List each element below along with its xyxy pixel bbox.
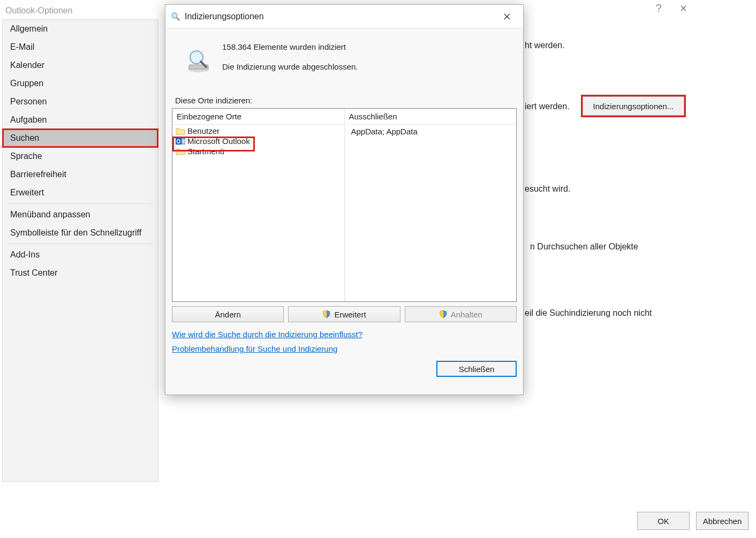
included-header: Einbezogene Orte bbox=[172, 109, 344, 125]
inner-title: Indizierungsoptionen bbox=[185, 12, 496, 21]
close-row: Schließen bbox=[172, 361, 517, 377]
search-index-icon bbox=[171, 12, 180, 21]
exclude-value: AppData; AppData bbox=[347, 126, 515, 137]
status-text: 158.364 Elemente wurden indiziert Die In… bbox=[222, 39, 358, 71]
close-button[interactable]: Schließen bbox=[436, 361, 517, 377]
sidebar-item-addins[interactable]: Add-Ins bbox=[3, 246, 158, 264]
sidebar-item-erweitert[interactable]: Erweitert bbox=[3, 184, 158, 202]
pause-label: Anhalten bbox=[451, 310, 482, 319]
index-locations-label: Diese Orte indizieren: bbox=[175, 96, 517, 105]
partial-text: n Durchsuchen aller Objekte bbox=[530, 242, 638, 252]
svg-text:O: O bbox=[177, 139, 181, 145]
magnifier-drawer-icon bbox=[185, 48, 213, 73]
help-icon[interactable]: ? bbox=[652, 2, 665, 15]
shield-icon bbox=[439, 310, 448, 319]
troubleshoot-link[interactable]: Problembehandlung für Suche und Indizier… bbox=[172, 344, 337, 353]
advanced-label: Erweitert bbox=[334, 310, 366, 319]
change-label: Ändern bbox=[215, 310, 240, 319]
outer-close-icon[interactable]: ✕ bbox=[675, 2, 692, 15]
svg-line-1 bbox=[177, 18, 179, 20]
sidebar-item-barrierefreiheit[interactable]: Barrierefreiheit bbox=[3, 165, 158, 184]
status-row: 158.364 Elemente wurden indiziert Die In… bbox=[172, 39, 517, 73]
sidebar-item-personen[interactable]: Personen bbox=[3, 93, 158, 111]
svg-point-0 bbox=[172, 13, 177, 18]
change-button[interactable]: Ändern bbox=[172, 306, 284, 322]
troubleshoot-link-row: Problembehandlung für Suche und Indizier… bbox=[172, 344, 517, 353]
sidebar-separator bbox=[8, 244, 153, 244]
list-item[interactable]: Benutzer bbox=[175, 126, 342, 136]
how-search-link[interactable]: Wie wird die Suche durch die Indizierung… bbox=[172, 330, 362, 339]
advanced-button[interactable]: Erweitert bbox=[288, 306, 400, 322]
sidebar-item-kalender[interactable]: Kalender bbox=[3, 56, 158, 74]
footer-buttons: OK Abbrechen bbox=[0, 504, 756, 538]
list-item-outlook[interactable]: O Microsoft Outlook bbox=[175, 136, 342, 146]
exclude-list: AppData; AppData bbox=[345, 125, 517, 301]
sidebar-item-allgemein[interactable]: Allgemein bbox=[3, 20, 158, 38]
sidebar-item-symbolleiste[interactable]: Symbolleiste für den Schnellzugriff bbox=[3, 224, 158, 242]
sidebar-item-sprache[interactable]: Sprache bbox=[3, 147, 158, 165]
included-column: Einbezogene Orte Benutzer O Microsoft Ou… bbox=[172, 109, 345, 301]
indexing-options-label: Indizierungsoptionen... bbox=[593, 102, 674, 111]
help-link-row: Wie wird die Suche durch die Indizierung… bbox=[172, 330, 517, 339]
inner-close-icon[interactable] bbox=[496, 8, 518, 25]
outer-title: Outlook-Optionen bbox=[5, 6, 72, 16]
indexing-options-dialog: Indizierungsoptionen 158.364 Elemente wu… bbox=[165, 4, 524, 395]
ok-button[interactable]: OK bbox=[637, 512, 690, 530]
partial-text: esucht wird. bbox=[525, 184, 570, 194]
pause-button: Anhalten bbox=[405, 306, 517, 322]
indexing-options-button[interactable]: Indizierungsoptionen... bbox=[583, 96, 684, 116]
shield-icon bbox=[322, 310, 331, 319]
sidebar-item-trustcenter[interactable]: Trust Center bbox=[3, 264, 158, 282]
indexing-complete: Die Indizierung wurde abgeschlossen. bbox=[222, 62, 358, 71]
partial-text: iert werden. bbox=[525, 102, 570, 111]
included-list[interactable]: Benutzer O Microsoft Outlook Startmenü bbox=[172, 125, 344, 301]
list-item[interactable]: Startmenü bbox=[175, 146, 342, 156]
sidebar-item-suchen[interactable]: Suchen bbox=[3, 129, 158, 147]
exclude-column: Ausschließen AppData; AppData bbox=[345, 109, 517, 301]
options-sidebar: Allgemein E-Mail Kalender Gruppen Person… bbox=[2, 19, 158, 482]
folder-icon bbox=[176, 147, 185, 156]
sidebar-item-menuband[interactable]: Menüband anpassen bbox=[3, 206, 158, 224]
list-item-label: Microsoft Outlook bbox=[187, 137, 250, 146]
sidebar-item-gruppen[interactable]: Gruppen bbox=[3, 74, 158, 93]
list-item-label: Benutzer bbox=[187, 126, 220, 135]
cancel-button[interactable]: Abbrechen bbox=[696, 512, 749, 530]
indexed-count: 158.364 Elemente wurden indiziert bbox=[222, 42, 358, 51]
exclude-header: Ausschließen bbox=[345, 109, 517, 125]
sidebar-item-aufgaben[interactable]: Aufgaben bbox=[3, 111, 158, 129]
button-row: Ändern Erweitert Anhalten bbox=[172, 306, 517, 322]
outlook-icon: O bbox=[176, 137, 185, 146]
locations-table: Einbezogene Orte Benutzer O Microsoft Ou… bbox=[172, 108, 517, 302]
partial-text: eil die Suchindizierung noch nicht bbox=[525, 308, 652, 318]
inner-titlebar: Indizierungsoptionen bbox=[165, 5, 523, 28]
sidebar-separator bbox=[8, 203, 153, 204]
inner-body: 158.364 Elemente wurden indiziert Die In… bbox=[165, 28, 523, 395]
partial-text: ht werden. bbox=[525, 41, 565, 50]
list-item-label: Startmenü bbox=[187, 147, 224, 156]
svg-rect-10 bbox=[182, 139, 185, 144]
sidebar-item-email[interactable]: E-Mail bbox=[3, 38, 158, 56]
folder-icon bbox=[176, 127, 185, 135]
